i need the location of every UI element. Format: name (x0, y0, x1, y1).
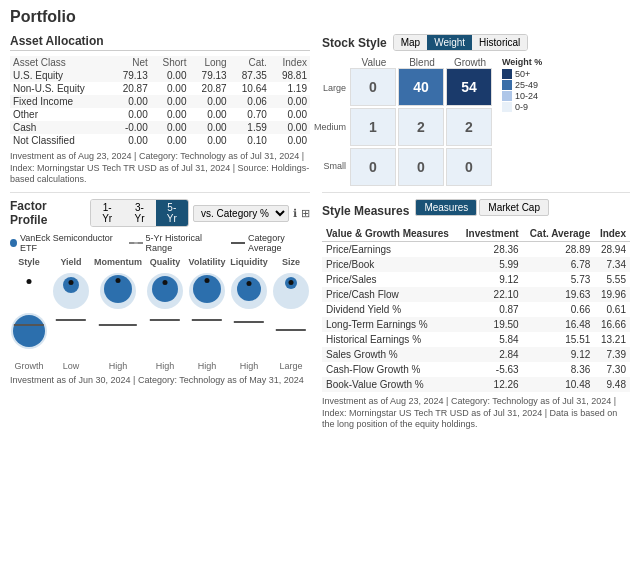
fp-cat-line (14, 324, 44, 326)
fp-bubble-container (188, 269, 226, 359)
style-cell: 0 (350, 68, 396, 106)
sm-header: Style Measures Measures Market Cap (322, 199, 630, 222)
fp-title: Factor Profile (10, 199, 86, 227)
asset-cell: Cash (10, 121, 111, 134)
measures-cell: 8.36 (523, 362, 595, 377)
fp-dot-marker (289, 280, 294, 285)
style-legend: Weight % 50+25-4910-240-9 (502, 57, 542, 113)
legend-item-label: 25-49 (515, 80, 538, 90)
fp-legend-range-label: 5-Yr Historical Range (146, 233, 220, 253)
asset-cell: 1.19 (270, 82, 310, 95)
stock-style-section: Stock Style Map Weight Historical Value … (322, 34, 630, 186)
fp-col-label: Momentum (94, 257, 142, 267)
style-cell: 40 (398, 68, 444, 106)
measures-row: Long-Term Earnings %19.5016.4816.66 (322, 317, 630, 332)
measures-cell: 19.50 (459, 317, 523, 332)
stock-style-body: Value Blend Growth Large Medium Small 0 (322, 57, 630, 186)
asset-cell: 79.13 (189, 69, 229, 82)
measures-cell: 28.36 (459, 242, 523, 258)
asset-cell: U.S. Equity (10, 69, 111, 82)
fp-bubble-container (94, 269, 142, 359)
legend-color-swatch (502, 80, 512, 90)
fp-tab-5yr[interactable]: 5-Yr (156, 200, 188, 226)
measures-cell: 13.21 (594, 332, 630, 347)
col-header-cat: Cat. (230, 56, 270, 69)
fp-legend-cat-label: Category Average (248, 233, 310, 253)
measures-cell: 16.48 (523, 317, 595, 332)
tab-historical[interactable]: Historical (472, 35, 527, 50)
measures-row: Historical Earnings %5.8415.5113.21 (322, 332, 630, 347)
factor-profile-section: Factor Profile 1-Yr 3-Yr 5-Yr vs. Catego… (10, 199, 310, 385)
measures-row: Price/Cash Flow22.1019.6319.96 (322, 287, 630, 302)
style-cell: 1 (350, 108, 396, 146)
asset-cell: 10.64 (230, 82, 270, 95)
asset-cell: 0.00 (270, 95, 310, 108)
legend-color-swatch (502, 102, 512, 112)
asset-allocation-section: Asset Allocation Asset Class Net Short L… (10, 34, 310, 186)
fp-col-label: Quality (150, 257, 181, 267)
fp-bubble-container (10, 269, 48, 359)
tab-measures[interactable]: Measures (415, 199, 477, 216)
asset-cell: 0.00 (189, 95, 229, 108)
fp-dot-marker (27, 279, 32, 284)
fp-legend-range: 5-Yr Historical Range (129, 233, 220, 253)
fp-col-label: Liquidity (230, 257, 268, 267)
asset-cell: 0.10 (230, 134, 270, 147)
info-icon[interactable]: ℹ (293, 207, 297, 220)
measures-cell: 2.84 (459, 347, 523, 362)
measures-cell: 6.78 (523, 257, 595, 272)
measures-cell: 19.96 (594, 287, 630, 302)
legend-color-swatch (502, 69, 512, 79)
asset-table-row: Not Classified0.000.000.000.100.00 (10, 134, 310, 147)
fp-tab-group: 1-Yr 3-Yr 5-Yr (90, 199, 189, 227)
fp-cat-line (276, 329, 306, 331)
sm-title: Style Measures (322, 204, 409, 218)
fp-col-sublabel: High (109, 361, 128, 371)
fp-tab-1yr[interactable]: 1-Yr (91, 200, 123, 226)
measures-cell: Sales Growth % (322, 347, 459, 362)
cells-row: 04054 (350, 68, 492, 106)
row-labels: Large Medium Small (322, 68, 350, 186)
asset-cell: 0.00 (270, 134, 310, 147)
measures-cell: 28.94 (594, 242, 630, 258)
fp-col-label: Size (282, 257, 300, 267)
fp-tab-3yr[interactable]: 3-Yr (123, 200, 155, 226)
fp-note: Investment as of Jun 30, 2024 | Category… (10, 375, 310, 385)
measures-cell: 7.30 (594, 362, 630, 377)
fp-legend-fund-label: VanEck Semiconductor ETF (20, 233, 117, 253)
measures-cell: Price/Book (322, 257, 459, 272)
asset-cell: Other (10, 108, 111, 121)
fp-dot-marker (116, 278, 121, 283)
fp-chart: StyleGrowthYieldLowMomentumHighQualityHi… (10, 257, 310, 371)
asset-cell: 0.00 (151, 121, 190, 134)
row-label-medium: Medium (322, 108, 350, 146)
measures-cell: Price/Cash Flow (322, 287, 459, 302)
stock-style-tabs: Map Weight Historical (393, 34, 529, 51)
style-cell: 0 (446, 148, 492, 186)
asset-table-row: Fixed Income0.000.000.000.060.00 (10, 95, 310, 108)
col-header-class: Asset Class (10, 56, 111, 69)
asset-cell: 0.06 (230, 95, 270, 108)
fp-column: QualityHigh (146, 257, 184, 371)
measures-cell: 5.84 (459, 332, 523, 347)
measures-cell: Price/Earnings (322, 242, 459, 258)
mh-cat: Cat. Average (523, 226, 595, 242)
grid-icon[interactable]: ⊞ (301, 207, 310, 220)
tab-weight[interactable]: Weight (427, 35, 472, 50)
fp-select[interactable]: vs. Category % (193, 205, 289, 222)
asset-table-row: Cash-0.000.000.001.590.00 (10, 121, 310, 134)
style-measures-section: Style Measures Measures Market Cap Value… (322, 199, 630, 431)
fp-col-sublabel: High (156, 361, 175, 371)
measures-cell: 9.48 (594, 377, 630, 392)
style-cell: 2 (446, 108, 492, 146)
tab-market-cap[interactable]: Market Cap (479, 199, 549, 216)
fp-legend: VanEck Semiconductor ETF 5-Yr Historical… (10, 233, 310, 253)
fp-col-label: Volatility (189, 257, 226, 267)
fp-column: StyleGrowth (10, 257, 48, 371)
tab-map[interactable]: Map (394, 35, 427, 50)
fp-dot-marker (247, 281, 252, 286)
measures-cell: 22.10 (459, 287, 523, 302)
col-header-index: Index (270, 56, 310, 69)
fp-dot-marker (69, 280, 74, 285)
asset-table-row: Non-U.S. Equity20.870.0020.8710.641.19 (10, 82, 310, 95)
